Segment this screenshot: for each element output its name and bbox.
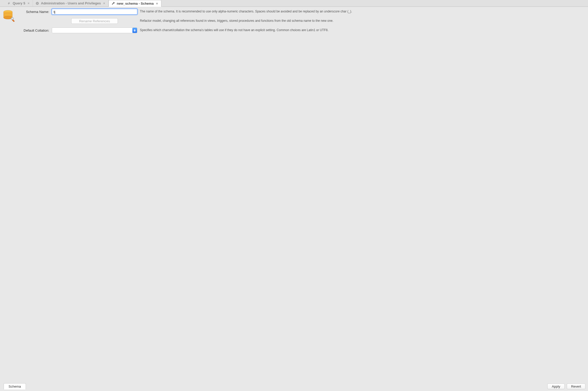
tab-new-schema[interactable]: new_schema - Schema × <box>109 0 161 7</box>
schema-name-help: The name of the schema. It is recommende… <box>139 10 585 14</box>
tab-query-5[interactable]: Query 5 × <box>5 0 33 6</box>
schema-icon <box>2 9 20 24</box>
collation-help: Specifies which charset/collation the sc… <box>139 28 585 32</box>
refactor-help: Refactor model, changing all references … <box>139 19 585 23</box>
tab-label: Query 5 <box>13 1 25 5</box>
collation-label: Default Collation: <box>22 29 50 32</box>
bolt-icon <box>7 2 11 5</box>
schema-name-label: Schema Name: <box>22 10 50 14</box>
collation-value <box>52 27 137 33</box>
bottom-tab-schema[interactable]: Schema <box>4 383 26 389</box>
schema-name-input[interactable] <box>52 9 137 15</box>
rename-references-button[interactable]: Rename References <box>71 18 118 24</box>
close-icon[interactable]: × <box>27 2 30 5</box>
schema-editor-panel: Schema Name: The name of the schema. It … <box>0 7 588 382</box>
close-icon[interactable]: × <box>155 2 159 5</box>
wrench-icon <box>111 2 115 5</box>
play-icon <box>35 2 39 5</box>
svg-rect-5 <box>12 19 15 22</box>
collation-select[interactable] <box>52 27 137 33</box>
close-icon[interactable]: × <box>103 2 106 5</box>
revert-button[interactable]: Revert <box>567 383 585 389</box>
chevron-updown-icon <box>132 28 137 33</box>
apply-button[interactable]: Apply <box>547 383 565 389</box>
tab-admin-users[interactable]: Administration - Users and Privileges × <box>33 0 109 6</box>
tab-label: Administration - Users and Privileges <box>41 1 101 5</box>
editor-tabbar: Query 5 × Administration - Users and Pri… <box>0 0 588 7</box>
bottom-bar: Schema Apply Revert <box>0 382 588 391</box>
svg-point-6 <box>12 18 13 19</box>
tab-label: new_schema - Schema <box>117 2 154 5</box>
